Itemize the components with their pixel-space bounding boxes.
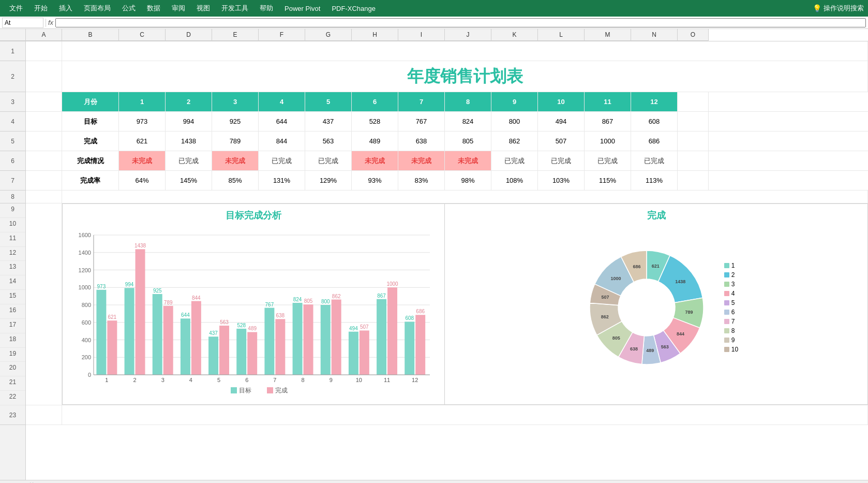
cell-e4[interactable]: 925 — [212, 112, 259, 131]
svg-rect-39 — [219, 326, 229, 375]
cell-a23[interactable] — [26, 405, 62, 425]
col-o[interactable]: O — [678, 29, 709, 41]
cell-h6[interactable]: 未完成 — [352, 151, 398, 170]
col-c[interactable]: C — [119, 29, 166, 41]
cell-d5[interactable]: 1438 — [166, 131, 212, 151]
svg-rect-59 — [332, 300, 341, 375]
cell-a8[interactable] — [26, 191, 62, 203]
cell-a6[interactable] — [26, 151, 62, 170]
cell-f7[interactable]: 131% — [259, 171, 305, 190]
ribbon-insert[interactable]: 插入 — [54, 2, 78, 15]
cell-m5[interactable]: 1000 — [585, 131, 631, 151]
col-d[interactable]: D — [166, 29, 212, 41]
name-box[interactable] — [2, 18, 43, 28]
cell-a1[interactable] — [26, 41, 62, 61]
col-f[interactable]: F — [259, 29, 305, 41]
col-l[interactable]: L — [538, 29, 585, 41]
cell-g6[interactable]: 已完成 — [305, 151, 352, 170]
cell-d4[interactable]: 994 — [166, 112, 212, 131]
ribbon-review[interactable]: 审阅 — [167, 2, 190, 15]
col-j[interactable]: J — [445, 29, 491, 41]
cell-j4[interactable]: 824 — [445, 112, 491, 131]
ribbon-file[interactable]: 文件 — [4, 2, 28, 15]
svg-rect-73 — [405, 321, 414, 375]
cell-b4-label: 目标 — [62, 112, 119, 131]
scroll-right-icon[interactable]: ▶ — [33, 481, 37, 484]
col-m[interactable]: M — [585, 29, 631, 41]
ribbon-data[interactable]: 数据 — [142, 2, 166, 15]
cell-c6[interactable]: 未完成 — [119, 151, 166, 170]
col-n[interactable]: N — [631, 29, 678, 41]
cell-g4[interactable]: 437 — [305, 112, 352, 131]
cell-f6[interactable]: 已完成 — [259, 151, 305, 170]
cell-l6[interactable]: 已完成 — [538, 151, 585, 170]
cell-h7[interactable]: 93% — [352, 171, 398, 190]
cell-m7[interactable]: 115% — [585, 171, 631, 190]
cell-l3-header: 10 — [538, 92, 585, 111]
legend-color-10 — [724, 347, 729, 352]
formula-input[interactable] — [55, 18, 866, 27]
cell-m4[interactable]: 867 — [585, 112, 631, 131]
cell-j7[interactable]: 98% — [445, 171, 491, 190]
cell-j5[interactable]: 805 — [445, 131, 491, 151]
cell-n5[interactable]: 686 — [631, 131, 678, 151]
cell-e7[interactable]: 85% — [212, 171, 259, 190]
cell-k7[interactable]: 108% — [491, 171, 538, 190]
bar-chart-svg: 0200400600800100012001400160097362119941… — [68, 225, 440, 396]
cell-a4[interactable] — [26, 112, 62, 131]
cell-g5[interactable]: 563 — [305, 131, 352, 151]
cell-d7[interactable]: 145% — [166, 171, 212, 190]
cell-d6[interactable]: 已完成 — [166, 151, 212, 170]
col-g[interactable]: G — [305, 29, 352, 41]
cell-n7[interactable]: 113% — [631, 171, 678, 190]
col-i[interactable]: I — [398, 29, 445, 41]
cell-a5[interactable] — [26, 131, 62, 151]
bar-chart-container: 目标完成分析 020040060080010001200140016009736… — [62, 203, 445, 405]
cell-c5[interactable]: 621 — [119, 131, 166, 151]
ribbon-page-layout[interactable]: 页面布局 — [79, 2, 116, 15]
col-b[interactable]: B — [62, 29, 119, 41]
cell-c7[interactable]: 64% — [119, 171, 166, 190]
ribbon-pdf[interactable]: PDF-XChange — [326, 3, 381, 14]
cell-k5[interactable]: 862 — [491, 131, 538, 151]
cell-a3[interactable] — [26, 92, 62, 111]
cell-f5[interactable]: 844 — [259, 131, 305, 151]
ribbon-power-pivot[interactable]: Power Pivot — [279, 3, 325, 14]
legend-color-9 — [724, 338, 729, 343]
cell-e6[interactable]: 未完成 — [212, 151, 259, 170]
cell-n6[interactable]: 已完成 — [631, 151, 678, 170]
cell-n4[interactable]: 608 — [631, 112, 678, 131]
cell-j6[interactable]: 未完成 — [445, 151, 491, 170]
cell-a2[interactable] — [26, 61, 62, 92]
ribbon-view[interactable]: 视图 — [191, 2, 215, 15]
cell-e5[interactable]: 789 — [212, 131, 259, 151]
svg-text:507: 507 — [601, 295, 609, 300]
col-h[interactable]: H — [352, 29, 398, 41]
cell-m6[interactable]: 已完成 — [585, 151, 631, 170]
cell-l4[interactable]: 494 — [538, 112, 585, 131]
cell-h4[interactable]: 528 — [352, 112, 398, 131]
cell-k4[interactable]: 800 — [491, 112, 538, 131]
cell-i5[interactable]: 638 — [398, 131, 445, 151]
cell-i7[interactable]: 83% — [398, 171, 445, 190]
cell-l5[interactable]: 507 — [538, 131, 585, 151]
ribbon-help[interactable]: 帮助 — [255, 2, 278, 15]
ribbon-devtools[interactable]: 开发工具 — [216, 2, 253, 15]
cell-g7[interactable]: 129% — [305, 171, 352, 190]
ribbon-start[interactable]: 开始 — [29, 2, 53, 15]
svg-text:489: 489 — [646, 348, 654, 353]
cell-a7[interactable] — [26, 171, 62, 190]
ribbon-formula[interactable]: 公式 — [117, 2, 141, 15]
legend-color-4 — [724, 291, 729, 296]
cell-h5[interactable]: 489 — [352, 131, 398, 151]
cell-f4[interactable]: 644 — [259, 112, 305, 131]
col-k[interactable]: K — [491, 29, 538, 41]
cell-k6[interactable]: 已完成 — [491, 151, 538, 170]
col-a[interactable]: A — [26, 29, 62, 41]
cell-c4[interactable]: 973 — [119, 112, 166, 131]
cell-i6[interactable]: 未完成 — [398, 151, 445, 170]
cell-l7[interactable]: 103% — [538, 171, 585, 190]
scroll-left-icon[interactable]: ◀ — [26, 481, 31, 484]
cell-i4[interactable]: 767 — [398, 112, 445, 131]
col-e[interactable]: E — [212, 29, 259, 41]
